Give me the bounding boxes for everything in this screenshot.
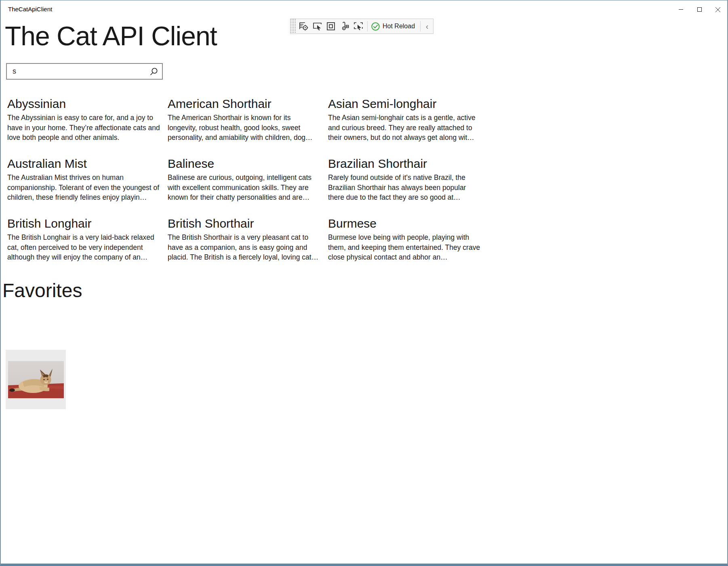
search-input[interactable]: [7, 64, 146, 79]
breed-description: Rarely found outside of it's native Braz…: [328, 173, 482, 203]
search-box: [6, 63, 163, 80]
page-title: The Cat API Client: [5, 18, 217, 54]
collapse-toolbar-button[interactable]: ‹: [423, 20, 431, 32]
window-title: TheCatApiClient: [8, 6, 52, 13]
display-layout-adorners-icon: [326, 22, 335, 31]
favorite-item[interactable]: [6, 350, 66, 409]
hot-reload-label: Hot Reload: [383, 23, 415, 30]
breed-name: Burmese: [328, 215, 482, 232]
breed-card[interactable]: British Longhair The British Longhair is…: [7, 215, 168, 262]
breed-description: The Abyssinian is easy to care for, and …: [7, 113, 161, 143]
display-layout-adorners-button[interactable]: [324, 20, 338, 33]
go-to-live-visual-tree-button[interactable]: [297, 20, 310, 33]
enable-selection-button[interactable]: [310, 20, 324, 33]
enable-selection-icon: [313, 22, 322, 31]
toolbar-separator: [420, 21, 421, 32]
toolbar-drag-handle[interactable]: [290, 19, 296, 34]
maximize-button[interactable]: [690, 0, 709, 19]
abyssinian-cat-photo: [8, 361, 64, 398]
hot-reload-ok-check-icon: [371, 22, 380, 31]
breed-card[interactable]: Balinese Balinese are curious, outgoing,…: [168, 156, 328, 202]
track-focused-element-icon: [340, 22, 349, 31]
breed-name: British Shorthair: [168, 215, 321, 232]
hot-reload-indicator[interactable]: Hot Reload: [370, 22, 418, 31]
close-button[interactable]: [709, 0, 727, 19]
maximize-icon: [697, 7, 702, 12]
breed-name: Brazilian Shorthair: [328, 156, 482, 172]
breed-card[interactable]: Brazilian Shorthair Rarely found outside…: [328, 156, 488, 202]
title-bar: TheCatApiClient: [1, 0, 727, 19]
minimize-icon: [679, 7, 683, 12]
search-icon[interactable]: [146, 64, 162, 79]
breed-description: Balinese are curious, outgoing, intellig…: [168, 173, 321, 203]
window-controls: [671, 0, 727, 19]
select-element-icon: [353, 22, 363, 31]
minimize-button[interactable]: [671, 0, 690, 19]
breed-name: Asian Semi-longhair: [328, 96, 482, 112]
track-focused-element-button[interactable]: [338, 20, 351, 33]
breed-card[interactable]: British Shorthair The British Shorthair …: [168, 215, 328, 262]
breed-name: Balinese: [168, 156, 321, 172]
breed-description: Burmese love being with people, playing …: [328, 232, 482, 262]
breed-description: The American Shorthair is known for its …: [168, 113, 321, 143]
app-window: TheCatApiClient: [0, 0, 728, 566]
select-element-button[interactable]: [351, 20, 365, 33]
breed-description: The Asian semi-longhair cats is a gentle…: [328, 113, 482, 143]
breed-card[interactable]: Asian Semi-longhair The Asian semi-longh…: [328, 96, 488, 142]
favorites-title: Favorites: [2, 279, 82, 303]
breed-grid: Abyssinian The Abyssinian is easy to car…: [7, 96, 492, 262]
breed-card[interactable]: Burmese Burmese love being with people, …: [328, 215, 488, 262]
breed-card[interactable]: Abyssinian The Abyssinian is easy to car…: [7, 96, 168, 142]
breed-description: The British Longhair is a very laid-back…: [7, 232, 161, 262]
toolbar-separator: [367, 21, 368, 32]
breed-name: Abyssinian: [7, 96, 161, 112]
breed-card[interactable]: American Shorthair The American Shorthai…: [168, 96, 328, 142]
breed-description: The British Shorthair is a very pleasant…: [168, 232, 321, 262]
breed-description: The Australian Mist thrives on human com…: [7, 173, 161, 203]
breed-name: Australian Mist: [7, 156, 161, 172]
breed-name: American Shorthair: [168, 96, 321, 112]
close-icon: [715, 7, 720, 12]
breed-name: British Longhair: [7, 215, 161, 232]
vs-debug-toolbar: Hot Reload ‹: [290, 19, 433, 34]
breed-card[interactable]: Australian Mist The Australian Mist thri…: [7, 156, 168, 202]
go-to-live-visual-tree-icon: [299, 22, 308, 31]
